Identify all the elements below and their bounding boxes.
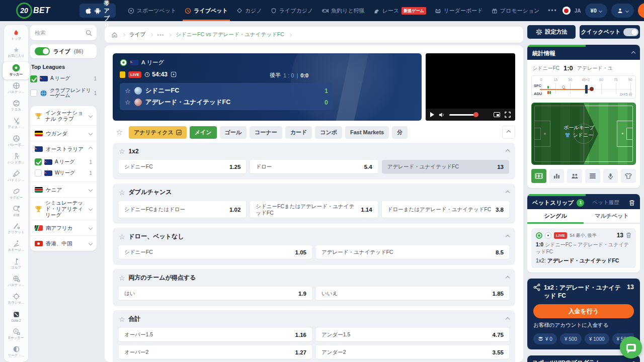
tab-minutes[interactable]: 分 (392, 126, 408, 139)
odds-button[interactable]: アデレード・ユナイテッドFC8.5 (316, 245, 509, 259)
rail-item-basketball[interactable]: バスケッ… (4, 79, 28, 97)
volume-slider[interactable] (449, 114, 477, 116)
checkbox-checked[interactable] (35, 158, 42, 165)
rail-item-dota2[interactable]: Dota 2 (4, 308, 28, 325)
odds-button[interactable]: シドニーFC1.05 (119, 245, 312, 259)
nav-item-fishing[interactable]: 魚釣りと狩猟 (321, 0, 365, 21)
nav-more-button[interactable]: ••• (548, 7, 557, 14)
make-deposit-button[interactable]: 入金を行う (533, 304, 634, 318)
statistics-header[interactable]: 統計情報 (527, 47, 640, 60)
betslip-tab-multi[interactable]: マルチベット (584, 209, 640, 223)
checkbox-unchecked[interactable] (30, 89, 37, 97)
odds-button[interactable]: はい1.9 (119, 287, 312, 300)
live-filter-toggle[interactable]: ライブ (86) (30, 44, 97, 58)
nav-item-live-casino[interactable]: ライブカジノ (271, 0, 313, 21)
volume-icon[interactable] (439, 112, 445, 118)
league-name[interactable]: A リーグ (141, 59, 164, 66)
vip-header[interactable]: スポーツVIPのプログラム (527, 355, 640, 362)
stats-tab-lineups[interactable] (567, 169, 582, 183)
favorite-market-icon[interactable] (119, 189, 125, 197)
odds-button[interactable]: オーバー21.27 (119, 345, 312, 359)
odds-button[interactable]: シドニーFCまたはドロー1.02 (119, 201, 246, 218)
deposit-button[interactable]: 入金 (638, 3, 644, 18)
rail-item-e-soccer[interactable]: Eサッカー (4, 325, 28, 343)
country-row-international-clubs[interactable]: インターナショナル クラブ (30, 106, 97, 125)
search-box[interactable] (30, 25, 97, 40)
rail-item-golf[interactable]: ゴルフ (4, 255, 28, 273)
home-icon[interactable] (111, 32, 118, 38)
collapse-market-icon[interactable] (506, 234, 510, 238)
tab-cards[interactable]: カード (285, 126, 312, 139)
share-icon[interactable] (533, 284, 540, 291)
search-input[interactable] (35, 30, 80, 36)
league-row-club-friendly[interactable]: クラブフレンドリーゲーム 1 (30, 85, 97, 101)
balance-dropdown[interactable]: ¥0 (585, 4, 607, 18)
amount-chip[interactable]: ¥ 1000 (585, 333, 609, 344)
tab-corners[interactable]: コーナー (250, 126, 282, 139)
sub-league-a-league[interactable]: A リーグ 1 (30, 156, 97, 167)
tab-main[interactable]: メイン (190, 126, 217, 139)
favorite-market-icon[interactable] (119, 315, 125, 323)
rail-item-favorites[interactable]: お気に入り (4, 44, 28, 62)
collapse-all-button[interactable] (502, 126, 515, 139)
japan-flag-icon[interactable] (562, 7, 571, 15)
tab-goals[interactable]: ゴール (220, 126, 247, 139)
nav-item-promotions[interactable]: プロモーション (492, 0, 540, 21)
collapse-market-icon[interactable] (506, 190, 510, 194)
account-dropdown[interactable] (611, 4, 634, 18)
play-square-icon[interactable] (171, 71, 177, 77)
checkbox-unchecked[interactable] (35, 169, 42, 176)
rail-item-e-basketball[interactable]: バスケッ… (4, 273, 28, 290)
odds-button[interactable]: ドローまたはアデレード・ユナイテッドFC3.8 (382, 201, 509, 218)
odds-button[interactable]: アンダー1.54.75 (316, 328, 509, 341)
favorite-market-icon[interactable] (119, 233, 125, 241)
nav-item-races[interactable]: レース 新規ゲーム (373, 0, 426, 21)
favorite-star-icon[interactable] (125, 87, 131, 95)
fullscreen-icon[interactable] (505, 112, 511, 118)
video-player[interactable] (426, 53, 515, 121)
tab-combo[interactable]: コンボ (315, 126, 342, 139)
rail-item-top[interactable]: トップ (4, 27, 28, 44)
live-chat-button[interactable] (620, 336, 642, 358)
rail-item-counter-strike[interactable]: カウンタ… (4, 290, 28, 308)
amount-chip[interactable]: ¥ 500 (560, 333, 582, 344)
collapse-market-icon[interactable] (506, 276, 510, 280)
sub-league-w-league[interactable]: Wリーグ 1 (30, 167, 97, 178)
favorite-market-icon[interactable] (119, 147, 125, 155)
rail-item-league-of-legends[interactable]: リーグ・… (4, 343, 28, 360)
country-row-uganda[interactable]: ウガンダ (30, 125, 97, 141)
betslip-tab-single[interactable]: シングル (527, 209, 584, 223)
settings-button[interactable]: 設定方法 (527, 25, 576, 39)
rail-item-cricket[interactable]: クリケット (4, 220, 28, 237)
stats-tab-standings[interactable] (585, 169, 600, 183)
tab-analytics[interactable]: アナリティクス (129, 126, 187, 139)
amount-chip[interactable]: ¥ 0 (533, 333, 557, 344)
toggle-off-icon[interactable] (623, 28, 638, 36)
odds-button[interactable]: オーバー1.51.16 (119, 328, 312, 341)
stats-tab-commentary[interactable] (603, 169, 618, 183)
picture-in-picture-icon[interactable] (494, 112, 500, 117)
country-row-kenya[interactable]: ケニア (30, 182, 97, 197)
collapse-market-icon[interactable] (506, 149, 510, 153)
rail-item-soccer[interactable]: サッカー (3, 62, 30, 79)
odds-button[interactable]: シドニーFC1.25 (119, 160, 246, 173)
rail-item-tennis[interactable]: テニス (4, 97, 28, 115)
favorite-star-icon[interactable] (125, 99, 131, 106)
bet-history-link[interactable]: ベット履歴 (592, 199, 619, 206)
nav-item-casino[interactable]: カジノ (236, 0, 262, 21)
breadcrumb-live[interactable]: ライブ (129, 31, 145, 38)
rail-item-table-tennis[interactable]: 卓球 (4, 203, 28, 220)
rail-item-ice-hockey[interactable]: アイス・… (4, 115, 28, 132)
breadcrumb-ellipsis[interactable]: ••• (157, 32, 164, 38)
trash-icon[interactable] (626, 232, 631, 238)
odds-button[interactable]: アンダー23.55 (316, 345, 509, 359)
checkbox-checked[interactable] (30, 75, 37, 82)
rail-item-rugby[interactable]: ラグビー (4, 185, 28, 203)
country-row-hong-kong[interactable]: 香港、中国 (30, 235, 97, 251)
rail-item-badminton[interactable]: バドミン… (4, 167, 28, 185)
mobile-app-button[interactable]: 携帯アプリ (79, 4, 116, 18)
stats-tab-pitch[interactable] (531, 169, 546, 183)
league-row-a-league[interactable]: A リーグ 1 (30, 72, 97, 85)
odds-button[interactable]: いいえ1.85 (316, 287, 509, 300)
nav-item-live-betting[interactable]: ライブベット (185, 0, 228, 21)
